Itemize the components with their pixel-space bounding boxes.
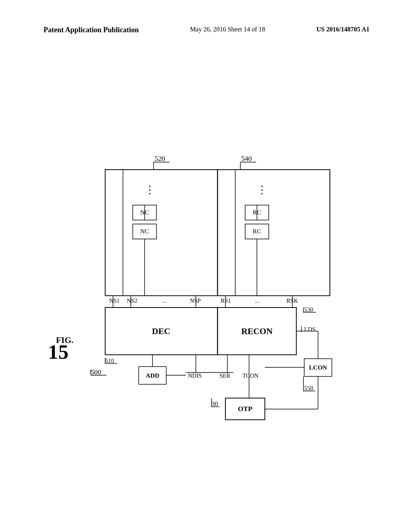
dec-label: DEC <box>152 326 170 336</box>
label-ellipsis-rs: ... <box>255 297 259 304</box>
label-530: 530 <box>304 306 313 313</box>
publication-title: Patent Application Publication <box>44 26 139 34</box>
label-rs1: RS1 <box>221 297 231 304</box>
label-520: 520 <box>154 154 165 162</box>
label-500: 500 <box>91 368 102 376</box>
recon-label: RECON <box>241 326 273 336</box>
label-540: 540 <box>241 154 252 162</box>
label-550: 550 <box>304 385 313 391</box>
nc-label-2: NC <box>140 228 149 235</box>
otp-label: OTP <box>238 405 252 413</box>
label-30: 30 <box>212 400 218 407</box>
label-ndis: NDIS <box>188 372 202 379</box>
dots-520: ⋮ <box>144 184 155 196</box>
patent-number: US 2016/148705 A1 <box>316 26 369 34</box>
block-540 <box>217 170 330 296</box>
lcon-label: LCON <box>309 364 327 371</box>
rc-label-2: RC <box>253 228 261 235</box>
figure-15-diagram: FIG. 15 500 520 540 ⋮ ⋮ NC NC RC RC NS1 … <box>32 60 379 484</box>
block-520 <box>105 170 218 296</box>
label-ns2: NS2 <box>127 297 138 304</box>
label-tcon: TCON <box>242 372 259 379</box>
label-ser: SER <box>219 372 230 379</box>
add-label: ADD <box>146 372 159 379</box>
fig-label-num: 15 <box>48 341 69 363</box>
label-ellipsis-ns: ... <box>163 297 167 304</box>
page-header: Patent Application Publication May 26, 2… <box>0 26 413 34</box>
label-ns1: NS1 <box>109 297 120 304</box>
sheet-info: May 26, 2016 Sheet 14 of 18 <box>190 26 265 34</box>
label-nsp: NSP <box>190 297 201 304</box>
dots-540: ⋮ <box>257 184 267 196</box>
label-510: 510 <box>105 357 114 364</box>
